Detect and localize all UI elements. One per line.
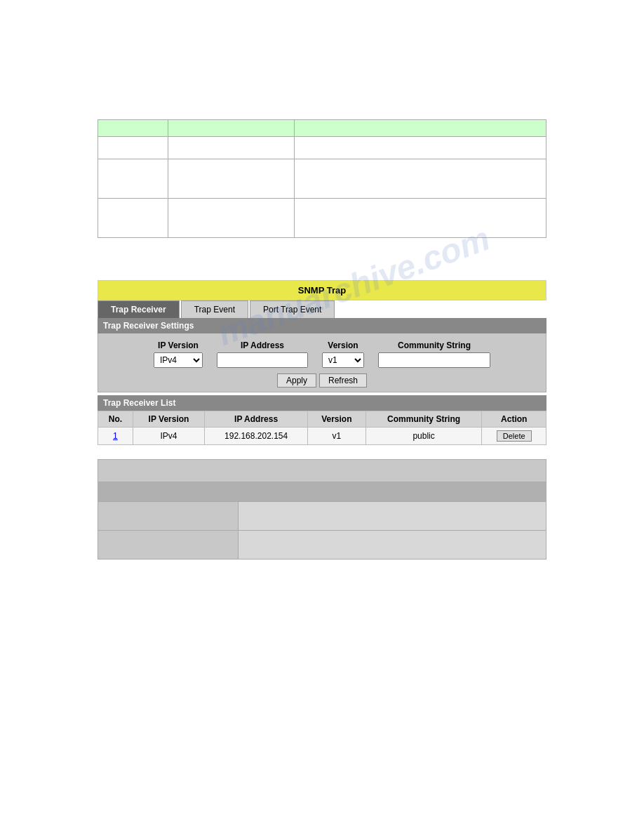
bottom-row-1 bbox=[98, 502, 546, 531]
bottom-section bbox=[98, 459, 546, 560]
community-string-input[interactable] bbox=[378, 352, 490, 368]
apply-button[interactable]: Apply bbox=[277, 373, 316, 388]
cell-action: Delete bbox=[482, 428, 546, 445]
list-section-header: Trap Receiver List bbox=[98, 395, 546, 411]
receiver-list-table: No. IP Version IP Address Version Commun… bbox=[98, 411, 546, 445]
bottom-row-2 bbox=[98, 531, 546, 559]
snmp-title: SNMP Trap bbox=[298, 285, 346, 296]
snmp-title-bar: SNMP Trap bbox=[98, 280, 546, 300]
bottom-row-right-2 bbox=[239, 531, 546, 559]
table-row bbox=[98, 137, 546, 159]
settings-section-header: Trap Receiver Settings bbox=[98, 318, 546, 333]
col-action: Action bbox=[482, 411, 546, 428]
table-cell bbox=[98, 159, 168, 199]
button-row: Apply Refresh bbox=[98, 373, 546, 388]
list-table-header-row: No. IP Version IP Address Version Commun… bbox=[98, 411, 546, 428]
bottom-block bbox=[98, 459, 546, 560]
col-community-string: Community String bbox=[365, 411, 482, 428]
table-cell bbox=[98, 199, 168, 238]
cell-community-string: public bbox=[365, 428, 482, 445]
ip-address-col: IP Address bbox=[217, 340, 308, 368]
ip-version-col: IP Version IPv4 IPv6 bbox=[154, 340, 203, 368]
delete-button[interactable]: Delete bbox=[497, 430, 532, 442]
ip-version-select[interactable]: IPv4 IPv6 bbox=[154, 352, 203, 368]
version-select[interactable]: v1 v2c bbox=[322, 352, 364, 368]
col-ip-address: IP Address bbox=[205, 411, 308, 428]
settings-panel: IP Version IPv4 IPv6 IP Address Version … bbox=[98, 333, 546, 392]
ip-version-label: IP Version bbox=[158, 340, 199, 350]
table-row bbox=[98, 199, 546, 238]
top-table-header-2 bbox=[168, 120, 295, 137]
bottom-subheader bbox=[98, 482, 546, 502]
row-link[interactable]: 1 bbox=[113, 431, 118, 441]
table-cell bbox=[168, 159, 295, 199]
cell-ip-address: 192.168.202.154 bbox=[205, 428, 308, 445]
tab-bar: Trap Receiver Trap Event Port Trap Event bbox=[98, 300, 546, 318]
top-table-header-3 bbox=[295, 120, 546, 137]
table-cell bbox=[295, 137, 546, 159]
snmp-section: SNMP Trap Trap Receiver Trap Event Port … bbox=[98, 280, 546, 445]
bottom-header-bar bbox=[98, 460, 546, 482]
col-no: No. bbox=[98, 411, 133, 428]
version-col: Version v1 v2c bbox=[322, 340, 364, 368]
tab-port-trap-event[interactable]: Port Trap Event bbox=[250, 300, 335, 318]
tab-trap-event[interactable]: Trap Event bbox=[181, 300, 248, 318]
settings-section: Trap Receiver Settings IP Version IPv4 I… bbox=[98, 318, 546, 445]
bottom-row-right-1 bbox=[239, 502, 546, 530]
cell-no: 1 bbox=[98, 428, 133, 445]
top-table-section bbox=[98, 119, 546, 238]
table-cell bbox=[168, 199, 295, 238]
top-table bbox=[98, 119, 546, 238]
table-row bbox=[98, 159, 546, 199]
cell-ip-version: IPv4 bbox=[133, 428, 204, 445]
table-cell bbox=[295, 199, 546, 238]
table-cell bbox=[295, 159, 546, 199]
table-cell bbox=[98, 137, 168, 159]
bottom-row-left-2 bbox=[98, 531, 239, 559]
top-table-header-1 bbox=[98, 120, 168, 137]
settings-form-row: IP Version IPv4 IPv6 IP Address Version … bbox=[98, 340, 546, 368]
community-string-label: Community String bbox=[398, 340, 471, 350]
bottom-row-left-1 bbox=[98, 502, 239, 530]
refresh-button[interactable]: Refresh bbox=[319, 373, 367, 388]
community-string-col: Community String bbox=[378, 340, 490, 368]
table-cell bbox=[168, 137, 295, 159]
ip-address-label: IP Address bbox=[241, 340, 284, 350]
cell-version: v1 bbox=[307, 428, 365, 445]
col-version: Version bbox=[307, 411, 365, 428]
list-item: 1 IPv4 192.168.202.154 v1 public Delete bbox=[98, 428, 546, 445]
tab-trap-receiver[interactable]: Trap Receiver bbox=[98, 300, 180, 318]
version-label: Version bbox=[328, 340, 358, 350]
col-ip-version: IP Version bbox=[133, 411, 204, 428]
ip-address-input[interactable] bbox=[217, 352, 308, 368]
